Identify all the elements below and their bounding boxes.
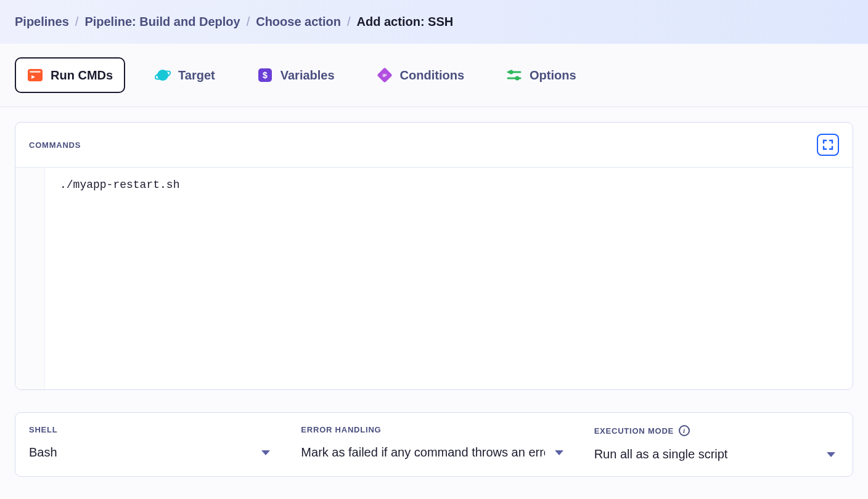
error-handling-cell: ERROR HANDLING Mark as failed if any com… <box>287 413 580 476</box>
tab-conditions[interactable]: IF Conditions <box>364 57 477 93</box>
tab-content: COMMANDS ./myapp-restart.sh SHELL Bash <box>0 107 868 492</box>
tab-run-cmds[interactable]: Run CMDs <box>15 57 125 93</box>
commands-editor[interactable]: ./myapp-restart.sh <box>15 168 853 389</box>
tab-label: Run CMDs <box>51 69 113 81</box>
shell-cell: SHELL Bash <box>15 413 287 476</box>
execution-mode-value: Run all as a single script <box>594 447 728 461</box>
shell-label: SHELL <box>29 425 274 434</box>
svg-rect-1 <box>30 71 41 73</box>
planet-icon <box>155 67 171 83</box>
breadcrumb-choose-action[interactable]: Choose action <box>256 15 341 29</box>
commands-header: COMMANDS <box>15 123 853 168</box>
shell-value: Bash <box>29 445 57 460</box>
condition-icon: IF <box>377 67 393 83</box>
commands-code[interactable]: ./myapp-restart.sh <box>45 168 853 389</box>
breadcrumb: Pipelines / Pipeline: Build and Deploy /… <box>0 0 868 44</box>
chevron-down-icon <box>827 452 835 457</box>
execution-mode-select[interactable]: Run all as a single script <box>594 447 839 461</box>
tab-label: Options <box>530 69 576 81</box>
execution-mode-label: EXECUTION MODE i <box>594 425 839 436</box>
commands-label: COMMANDS <box>29 140 81 150</box>
error-handling-label: ERROR HANDLING <box>301 425 567 434</box>
tab-target[interactable]: Target <box>142 57 227 93</box>
info-icon[interactable]: i <box>679 425 690 436</box>
tab-variables[interactable]: $ Variables <box>245 57 347 93</box>
fullscreen-icon <box>822 139 834 151</box>
chevron-down-icon <box>555 450 563 455</box>
tabs: Run CMDs Target $ Variables IF Condition… <box>0 44 868 107</box>
chevron-down-icon <box>261 450 270 455</box>
shell-select[interactable]: Bash <box>29 445 274 460</box>
svg-text:IF: IF <box>382 73 387 78</box>
tab-label: Variables <box>280 69 335 81</box>
variable-icon: $ <box>257 67 273 83</box>
breadcrumb-current: Add action: SSH <box>357 15 454 29</box>
breadcrumb-pipelines[interactable]: Pipelines <box>15 15 69 29</box>
error-handling-select[interactable]: Mark as failed if any command throws an … <box>301 445 567 460</box>
svg-text:$: $ <box>263 70 268 80</box>
tab-options[interactable]: Options <box>494 57 589 93</box>
options-row: SHELL Bash ERROR HANDLING Mark as failed… <box>15 412 853 477</box>
svg-point-12 <box>515 76 520 81</box>
sliders-icon <box>506 67 522 83</box>
terminal-icon <box>27 67 43 83</box>
commands-panel: COMMANDS ./myapp-restart.sh <box>15 122 853 390</box>
breadcrumb-separator: / <box>347 15 351 29</box>
execution-mode-cell: EXECUTION MODE i Run all as a single scr… <box>581 413 853 476</box>
breadcrumb-separator: / <box>247 15 250 29</box>
error-handling-value: Mark as failed if any command throws an … <box>301 445 544 460</box>
expand-button[interactable] <box>817 134 839 156</box>
svg-point-10 <box>509 70 514 75</box>
tab-label: Target <box>178 69 215 81</box>
editor-gutter <box>15 168 45 389</box>
tab-label: Conditions <box>400 69 464 81</box>
breadcrumb-separator: / <box>75 15 79 29</box>
breadcrumb-pipeline-detail[interactable]: Pipeline: Build and Deploy <box>84 15 240 29</box>
